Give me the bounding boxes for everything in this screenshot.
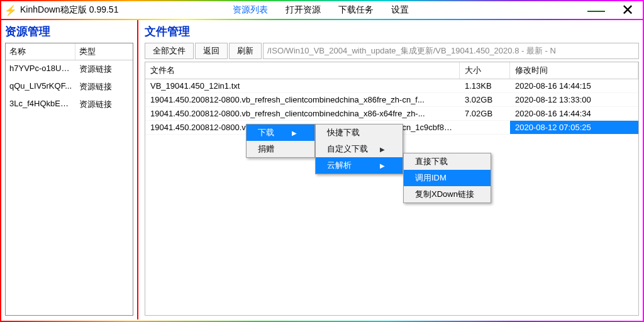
file-row[interactable]: 19041.450.200812-0800.vb_refresh_clientc… [145, 93, 638, 107]
nav-menu: 资源列表 打开资源 下载任务 设置 [228, 3, 414, 17]
file-row[interactable]: VB_19041.450_12in1.txt1.13KB2020-08-16 1… [145, 79, 638, 93]
col-type[interactable]: 类型 [75, 43, 133, 60]
all-files-button[interactable]: 全部文件 [145, 43, 194, 59]
nav-item-open[interactable]: 打开资源 [280, 3, 326, 17]
left-panel: 资源管理 名称 类型 h7YVPc-o18U0...资源链接 qQu_LIV5r… [1, 20, 138, 319]
file-table: 文件名 大小 修改时间 VB_19041.450_12in1.txt1.13KB… [145, 62, 639, 316]
context-menu-l3: 直接下载 调用IDM 复制XDown链接 [403, 153, 491, 203]
col-size[interactable]: 大小 [460, 62, 510, 79]
context-menu-l2: 快捷下载 自定义下载▶ 云解析▶ [315, 124, 403, 174]
app-title: KinhDown稳定版 0.99.51 [20, 4, 118, 16]
nav-item-resources[interactable]: 资源列表 [228, 3, 273, 17]
back-button[interactable]: 返回 [195, 43, 228, 59]
right-panel-title: 文件管理 [145, 24, 639, 39]
app-window: ⚡ KinhDown稳定版 0.99.51 资源列表 打开资源 下载任务 设置 … [0, 0, 644, 322]
ctx-call-idm[interactable]: 调用IDM [404, 170, 491, 186]
ctx-copy-xdown[interactable]: 复制XDown链接 [404, 186, 491, 203]
ctx-custom-download[interactable]: 自定义下载▶ [316, 141, 402, 157]
file-table-header: 文件名 大小 修改时间 [145, 62, 638, 79]
refresh-button[interactable]: 刷新 [229, 43, 262, 59]
chevron-right-icon: ▶ [380, 146, 385, 153]
context-menu-l1: 下载▶ 捐赠 [246, 124, 315, 158]
file-row[interactable]: 19041.450.200812-0800.vb_refresh_clientc… [145, 107, 638, 121]
ctx-quick-download[interactable]: 快捷下载 [316, 125, 402, 141]
ctx-direct-download[interactable]: 直接下载 [404, 153, 491, 170]
col-modtime[interactable]: 修改时间 [510, 62, 638, 79]
ctx-download[interactable]: 下载▶ [247, 125, 314, 141]
resource-table: 名称 类型 h7YVPc-o18U0...资源链接 qQu_LIV5rKQF..… [5, 43, 133, 316]
body: 资源管理 名称 类型 h7YVPc-o18U0...资源链接 qQu_LIV5r… [1, 20, 643, 319]
bolt-icon: ⚡ [4, 4, 17, 16]
titlebar: ⚡ KinhDown稳定版 0.99.51 资源列表 打开资源 下载任务 设置 … [1, 1, 643, 19]
resource-row[interactable]: h7YVPc-o18U0...资源链接 [6, 60, 133, 78]
left-panel-title: 资源管理 [5, 24, 133, 39]
chevron-right-icon: ▶ [292, 130, 297, 136]
right-panel: 文件管理 全部文件 返回 刷新 /ISO/Win10_VB_2004_with_… [138, 20, 643, 319]
chevron-right-icon: ▶ [380, 162, 385, 169]
toolbar: 全部文件 返回 刷新 /ISO/Win10_VB_2004_with_updat… [145, 43, 639, 59]
window-controls: — ✕ [581, 1, 639, 19]
resource-row[interactable]: 3Lc_f4HQkbE_n...资源链接 [6, 96, 133, 113]
minimize-button[interactable]: — [581, 7, 611, 13]
nav-item-download-tasks[interactable]: 下载任务 [333, 3, 379, 17]
col-name[interactable]: 名称 [6, 43, 75, 60]
resource-row[interactable]: qQu_LIV5rKQF...资源链接 [6, 78, 133, 96]
resource-table-header: 名称 类型 [6, 43, 133, 60]
path-input[interactable]: /ISO/Win10_VB_2004_with_update_集成更新/VB_1… [263, 43, 639, 59]
close-button[interactable]: ✕ [616, 1, 639, 19]
app-icon: ⚡ [5, 4, 16, 16]
col-filename[interactable]: 文件名 [145, 62, 460, 79]
nav-item-settings[interactable]: 设置 [386, 3, 414, 17]
ctx-donate[interactable]: 捐赠 [247, 141, 314, 157]
ctx-cloud-parse[interactable]: 云解析▶ [316, 157, 402, 174]
